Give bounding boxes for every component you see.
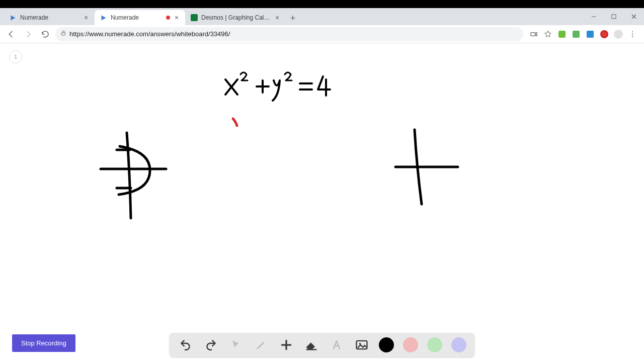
add-tool[interactable] bbox=[278, 337, 294, 353]
window-controls bbox=[584, 8, 644, 25]
equation-text bbox=[225, 72, 330, 101]
new-tab-button[interactable]: + bbox=[286, 11, 300, 25]
close-icon[interactable]: × bbox=[83, 14, 90, 21]
pointer-tool[interactable] bbox=[228, 337, 244, 353]
lock-icon bbox=[60, 30, 66, 38]
stop-recording-button[interactable]: Stop Recording bbox=[12, 334, 75, 352]
minimize-button[interactable] bbox=[584, 8, 604, 25]
numerade-icon bbox=[100, 14, 108, 22]
color-black[interactable] bbox=[379, 337, 394, 352]
svg-point-8 bbox=[632, 36, 633, 37]
tab-2[interactable]: Desmos | Graphing Calculator × bbox=[185, 10, 286, 25]
svg-rect-4 bbox=[62, 33, 65, 35]
camera-icon[interactable] bbox=[529, 30, 538, 39]
left-axes-sketch bbox=[101, 133, 166, 218]
whiteboard-canvas[interactable] bbox=[0, 43, 644, 362]
text-tool[interactable] bbox=[329, 337, 345, 353]
svg-point-6 bbox=[632, 31, 633, 32]
close-window-button[interactable] bbox=[624, 8, 644, 25]
menu-icon[interactable] bbox=[628, 30, 637, 39]
image-tool[interactable] bbox=[354, 337, 370, 353]
maximize-button[interactable] bbox=[604, 8, 624, 25]
color-lavender[interactable] bbox=[451, 337, 466, 352]
ext-green-icon[interactable] bbox=[557, 30, 567, 39]
eraser-tool[interactable] bbox=[303, 337, 319, 353]
reload-button[interactable] bbox=[38, 27, 52, 41]
tab-strip: Numerade × Numerade × Desmos | Graphing … bbox=[0, 8, 644, 25]
whiteboard-page: 1 bbox=[0, 43, 644, 362]
close-icon[interactable]: × bbox=[173, 14, 180, 21]
svg-rect-5 bbox=[531, 32, 535, 36]
tab-title: Desmos | Graphing Calculator bbox=[201, 14, 271, 21]
star-icon[interactable] bbox=[543, 30, 552, 39]
close-icon[interactable]: × bbox=[274, 14, 281, 21]
svg-point-7 bbox=[632, 33, 633, 34]
browser-window: Numerade × Numerade × Desmos | Graphing … bbox=[0, 8, 644, 362]
color-pink[interactable] bbox=[403, 337, 418, 352]
desmos-icon bbox=[190, 14, 198, 22]
color-green[interactable] bbox=[427, 337, 442, 352]
pencil-tool[interactable] bbox=[253, 337, 269, 353]
ext-g-icon[interactable] bbox=[600, 30, 609, 39]
numerade-icon bbox=[9, 14, 17, 22]
tab-0[interactable]: Numerade × bbox=[4, 10, 95, 25]
redo-button[interactable] bbox=[203, 337, 219, 353]
avatar-icon[interactable] bbox=[614, 30, 623, 39]
extension-icons bbox=[526, 30, 640, 39]
forward-button[interactable] bbox=[21, 27, 35, 41]
ext-check-icon[interactable] bbox=[586, 30, 595, 39]
url-text: https://www.numerade.com/answers/whitebo… bbox=[69, 30, 230, 38]
undo-button[interactable] bbox=[178, 337, 194, 353]
right-axes-sketch bbox=[395, 130, 458, 204]
back-button[interactable] bbox=[4, 27, 18, 41]
tab-title: Numerade bbox=[20, 14, 79, 21]
tab-1[interactable]: Numerade × bbox=[95, 10, 185, 25]
svg-rect-1 bbox=[612, 15, 616, 19]
toolbar: https://www.numerade.com/answers/whitebo… bbox=[0, 25, 644, 43]
address-bar[interactable]: https://www.numerade.com/answers/whitebo… bbox=[55, 27, 523, 41]
tool-palette bbox=[170, 333, 474, 357]
tab-title: Numerade bbox=[111, 14, 163, 21]
red-mark bbox=[233, 119, 237, 126]
ext-ublock-icon[interactable] bbox=[572, 30, 581, 39]
svg-rect-9 bbox=[306, 349, 317, 350]
recording-indicator-icon bbox=[166, 16, 170, 20]
